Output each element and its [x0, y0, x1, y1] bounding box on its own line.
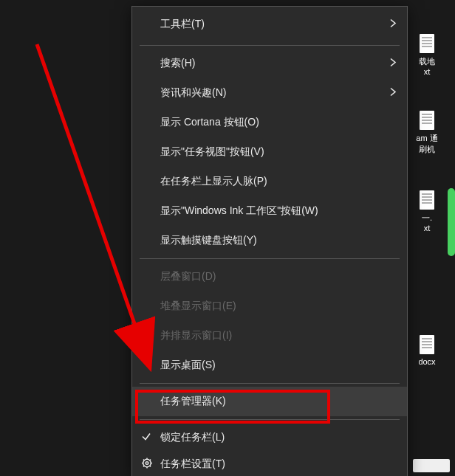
svg-point-1: [146, 462, 148, 465]
taskbar-context-menu: 工具栏(T) 搜索(H) 资讯和兴趣(N) 显示 Cortana 按钮(O) 显…: [131, 6, 408, 476]
menu-label: 显示"Windows Ink 工作区"按钮(W): [160, 204, 379, 218]
menu-separator: [140, 45, 400, 46]
desktop-file-3[interactable]: 一. xt: [408, 190, 445, 232]
file-label-line2: 刷机: [408, 144, 445, 155]
menu-taskbar-settings[interactable]: 任务栏设置(T): [132, 452, 407, 476]
svg-line-8: [150, 460, 151, 461]
menu-label: 任务管理器(K): [160, 395, 379, 408]
menu-label: 显示桌面(S): [160, 359, 379, 372]
svg-line-7: [150, 466, 151, 466]
file-label-line1: 载地: [408, 56, 445, 67]
menu-label: 显示 Cortana 按钮(O): [160, 116, 379, 129]
file-icon: [420, 34, 434, 53]
menu-stack: 堆叠显示窗口(E): [132, 292, 407, 321]
gear-icon: [141, 458, 153, 472]
menu-label: 堆叠显示窗口(E): [160, 300, 379, 313]
menu-cascade: 层叠窗口(D): [132, 262, 407, 292]
menu-cortana[interactable]: 显示 Cortana 按钮(O): [132, 108, 407, 137]
file-icon: [420, 111, 434, 130]
chevron-right-icon: [389, 18, 397, 31]
menu-label: 搜索(H): [160, 57, 379, 70]
svg-line-9: [143, 466, 144, 466]
menu-separator: [140, 419, 400, 420]
menu-label: 任务栏设置(T): [160, 458, 379, 471]
menu-label: 并排显示窗口(I): [160, 329, 379, 342]
desktop-file-1[interactable]: 载地 xt: [408, 34, 445, 76]
menu-label: 资讯和兴趣(N): [160, 86, 379, 100]
scrollbar-thumb[interactable]: [448, 188, 455, 256]
desktop-file-4[interactable]: docx: [408, 335, 445, 366]
file-icon: [420, 190, 434, 210]
menu-label: 显示"任务视图"按钮(V): [160, 145, 379, 159]
chevron-right-icon: [389, 87, 397, 100]
file-label: docx: [408, 357, 445, 366]
taskbar-item[interactable]: [413, 459, 450, 472]
menu-people[interactable]: 在任务栏上显示人脉(P): [132, 167, 407, 196]
menu-lock-taskbar[interactable]: 锁定任务栏(L): [132, 423, 407, 452]
menu-separator: [140, 383, 400, 384]
check-icon: [141, 432, 151, 444]
desktop-file-2[interactable]: am 通 刷机: [408, 111, 445, 155]
menu-label: 工具栏(T): [160, 18, 379, 31]
menu-showdesktop[interactable]: 显示桌面(S): [132, 351, 407, 380]
file-label-line1: 一.: [408, 213, 445, 224]
menu-label: 在任务栏上显示人脉(P): [160, 175, 379, 188]
menu-ink[interactable]: 显示"Windows Ink 工作区"按钮(W): [132, 196, 407, 226]
file-label-line1: am 通: [408, 133, 445, 144]
menu-search[interactable]: 搜索(H): [132, 49, 407, 78]
menu-label: 锁定任务栏(L): [160, 431, 379, 444]
chevron-right-icon: [389, 58, 397, 70]
file-icon: [420, 335, 434, 354]
menu-news[interactable]: 资讯和兴趣(N): [132, 78, 407, 108]
file-label-line2: xt: [408, 224, 445, 232]
svg-line-6: [143, 460, 144, 461]
menu-separator: [140, 258, 400, 259]
menu-label: 层叠窗口(D): [160, 270, 379, 283]
file-label-line2: xt: [408, 67, 445, 76]
menu-toolbar[interactable]: 工具栏(T): [132, 7, 407, 42]
menu-touchkb[interactable]: 显示触摸键盘按钮(Y): [132, 226, 407, 255]
menu-taskview[interactable]: 显示"任务视图"按钮(V): [132, 137, 407, 167]
menu-label: 显示触摸键盘按钮(Y): [160, 234, 379, 247]
menu-sidebyside: 并排显示窗口(I): [132, 321, 407, 351]
menu-taskmanager[interactable]: 任务管理器(K): [132, 387, 407, 416]
